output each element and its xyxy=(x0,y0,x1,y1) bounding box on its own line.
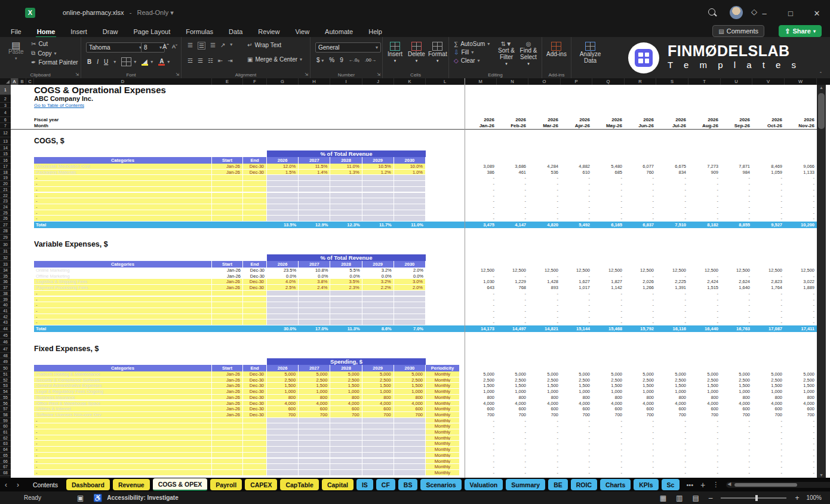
monthly-value-cell[interactable]: - xyxy=(465,308,497,314)
category-cell[interactable]: Business Insurance xyxy=(34,395,212,401)
year-value-cell[interactable]: 600 xyxy=(330,406,362,412)
year-value-cell[interactable] xyxy=(362,429,394,435)
monthly-value-cell[interactable]: - xyxy=(721,423,752,429)
row-header-18[interactable]: 18 xyxy=(0,170,11,176)
monthly-value-cell[interactable]: - xyxy=(528,187,561,193)
monthly-value-cell[interactable]: 700 xyxy=(465,412,497,418)
monthly-value-cell[interactable]: - xyxy=(785,319,817,325)
find-select-button[interactable]: ◎ Find & Select▾ xyxy=(518,41,539,67)
monthly-value-cell[interactable]: - xyxy=(721,302,752,308)
monthly-value-cell[interactable]: - xyxy=(721,198,752,204)
year-value-cell[interactable]: 11.0% xyxy=(330,164,362,170)
year-value-cell[interactable] xyxy=(267,187,299,193)
year-value-cell[interactable] xyxy=(394,175,426,181)
horizontal-scrollbar[interactable]: ◀ ▶ xyxy=(726,482,830,488)
monthly-value-cell[interactable]: 893 xyxy=(528,285,561,291)
monthly-value-cell[interactable]: - xyxy=(656,447,688,453)
fiscal-year-value[interactable]: 2026 xyxy=(465,117,497,123)
year-value-cell[interactable]: 5,000 xyxy=(267,371,299,377)
monthly-value-cell[interactable]: - xyxy=(656,319,688,325)
monthly-value-cell[interactable]: - xyxy=(528,464,561,470)
shrink-font-button[interactable]: Aˇ xyxy=(172,44,177,50)
category-cell[interactable]: Payment Processing Fees xyxy=(34,285,212,291)
monthly-value-cell[interactable]: - xyxy=(752,273,785,279)
year-value-cell[interactable]: 1,500 xyxy=(394,383,426,389)
monthly-value-cell[interactable]: - xyxy=(465,470,497,476)
start-cell[interactable]: Jan-26 xyxy=(212,371,243,377)
monthly-value-cell[interactable]: 1,000 xyxy=(656,389,688,395)
year-value-cell[interactable] xyxy=(394,216,426,222)
monthly-value-cell[interactable]: - xyxy=(785,216,817,222)
year-value-cell[interactable] xyxy=(267,302,299,308)
menu-tab-help[interactable]: Help xyxy=(367,27,383,36)
monthly-value-cell[interactable]: - xyxy=(497,210,528,216)
monthly-value-cell[interactable]: - xyxy=(465,181,497,187)
monthly-value-cell[interactable]: 4,000 xyxy=(497,401,528,407)
monthly-value-cell[interactable]: - xyxy=(625,429,656,435)
next-sheet-arrow[interactable]: › xyxy=(17,481,19,489)
start-cell[interactable] xyxy=(212,302,243,308)
sheet-tab-capex[interactable]: CAPEX xyxy=(245,479,277,490)
addins-button[interactable]: Add-ins xyxy=(546,42,567,57)
start-cell[interactable] xyxy=(212,297,243,303)
year-value-cell[interactable] xyxy=(362,308,394,314)
column-header-V[interactable]: V xyxy=(752,78,785,85)
monthly-value-cell[interactable]: 700 xyxy=(528,412,561,418)
sheet-tab-revenue[interactable]: Revenue xyxy=(113,479,150,490)
row-header-43[interactable]: 43 xyxy=(0,319,11,325)
monthly-value-cell[interactable]: - xyxy=(625,204,656,210)
monthly-value-cell[interactable]: - xyxy=(625,441,656,447)
category-cell[interactable]: - xyxy=(34,302,212,308)
zoom-slider[interactable] xyxy=(721,497,786,499)
new-sheet-button[interactable]: + xyxy=(700,480,705,490)
year-value-cell[interactable]: 4.0% xyxy=(267,279,299,285)
monthly-value-cell[interactable]: - xyxy=(785,181,817,187)
end-cell[interactable]: Dec-30 xyxy=(243,164,267,170)
year-value-cell[interactable] xyxy=(362,314,394,320)
analyze-data-button[interactable]: Analyze Data xyxy=(576,42,604,64)
year-value-cell[interactable] xyxy=(394,418,426,424)
monthly-value-cell[interactable]: - xyxy=(561,314,592,320)
monthly-value-cell[interactable]: - xyxy=(752,291,785,297)
monthly-value-cell[interactable]: 800 xyxy=(625,395,656,401)
monthly-value-cell[interactable]: - xyxy=(721,418,752,424)
monthly-value-cell[interactable]: - xyxy=(465,423,497,429)
year-value-cell[interactable] xyxy=(330,308,362,314)
row-header-7[interactable]: 7 xyxy=(0,123,11,129)
year-value-cell[interactable]: 3.2% xyxy=(362,279,394,285)
align-left-icon[interactable]: ☲ xyxy=(187,57,193,64)
year-value-cell[interactable] xyxy=(394,314,426,320)
monthly-value-cell[interactable]: - xyxy=(561,470,592,476)
monthly-value-cell[interactable]: - xyxy=(785,464,817,470)
end-cell[interactable] xyxy=(243,308,267,314)
category-cell[interactable]: Security & Compliance Software xyxy=(34,377,212,383)
sheet-tab-roic[interactable]: ROIC xyxy=(571,479,597,490)
year-value-cell[interactable] xyxy=(267,216,299,222)
monthly-value-cell[interactable]: 1,391 xyxy=(656,285,688,291)
monthly-value-cell[interactable]: 600 xyxy=(785,406,817,412)
monthly-value-cell[interactable]: - xyxy=(625,216,656,222)
year-value-cell[interactable] xyxy=(299,193,330,199)
year-value-cell[interactable]: 700 xyxy=(267,412,299,418)
monthly-value-cell[interactable]: - xyxy=(752,297,785,303)
monthly-value-cell[interactable]: 7,273 xyxy=(688,164,721,170)
monthly-value-cell[interactable]: - xyxy=(592,297,625,303)
menu-tab-home[interactable]: Home xyxy=(36,27,57,36)
start-cell[interactable] xyxy=(212,187,243,193)
year-value-cell[interactable] xyxy=(394,297,426,303)
monthly-value-cell[interactable]: - xyxy=(528,216,561,222)
monthly-value-cell[interactable]: 800 xyxy=(785,395,817,401)
year-value-cell[interactable] xyxy=(362,423,394,429)
menu-tab-insert[interactable]: Insert xyxy=(69,27,88,36)
month-value[interactable]: Mar-26 xyxy=(528,123,561,129)
monthly-value-cell[interactable]: 4,284 xyxy=(528,164,561,170)
monthly-value-cell[interactable]: - xyxy=(752,459,785,465)
monthly-value-cell[interactable]: - xyxy=(592,210,625,216)
year-value-cell[interactable]: 700 xyxy=(362,412,394,418)
year-value-cell[interactable] xyxy=(362,210,394,216)
year-value-cell[interactable]: 1.5% xyxy=(267,170,299,176)
monthly-value-cell[interactable]: - xyxy=(721,291,752,297)
row-header-64[interactable]: 64 xyxy=(0,447,11,453)
monthly-value-cell[interactable]: 4,000 xyxy=(752,401,785,407)
year-value-cell[interactable] xyxy=(267,429,299,435)
